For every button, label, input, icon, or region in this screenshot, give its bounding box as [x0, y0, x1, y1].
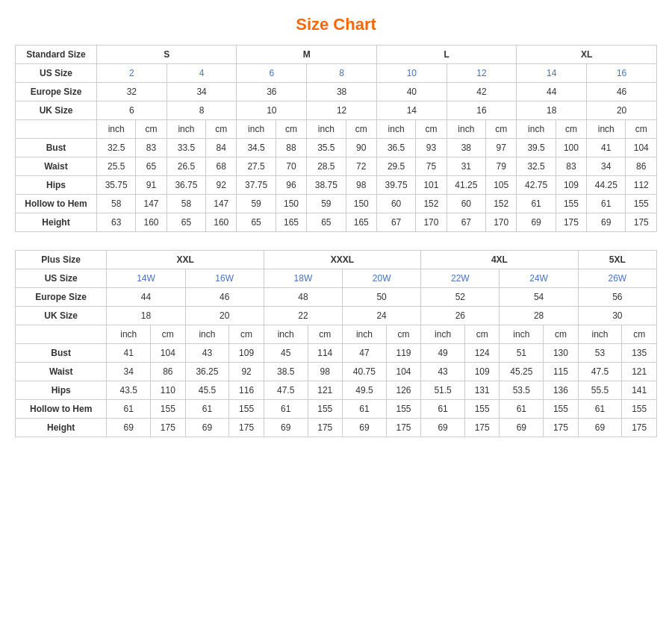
cell-value: 49.5	[343, 381, 387, 400]
row-label: Hollow to Hem	[16, 195, 97, 213]
plus-eu-52: 52	[421, 288, 500, 307]
eu-34: 34	[167, 83, 237, 101]
cell-value: 61	[500, 400, 544, 419]
plus-us-size-row: US Size 14W 16W 18W 20W 22W 24W 26W	[16, 269, 657, 288]
us-24w: 24W	[500, 269, 578, 288]
cell-value: 35.5	[307, 139, 346, 157]
uk-20: 20	[587, 101, 657, 120]
cell-value: 121	[308, 381, 342, 400]
plus-uk-30: 30	[578, 307, 656, 325]
us-12: 12	[447, 64, 517, 83]
cell-value: 47.5	[264, 381, 308, 400]
cell-value: 86	[626, 157, 657, 176]
cell-value: 155	[151, 400, 185, 419]
cell-value: 43	[421, 363, 465, 381]
cm-label-7: cm	[556, 120, 586, 139]
cell-value: 61	[517, 195, 556, 213]
cell-value: 69	[185, 419, 229, 437]
cell-value: 42.75	[517, 176, 556, 195]
cell-value: 175	[622, 419, 657, 437]
cell-value: 175	[544, 419, 578, 437]
plus-size-table: Plus Size XXL XXXL 4XL 5XL US Size 14W 1…	[15, 250, 657, 437]
cell-value: 109	[464, 363, 499, 381]
eu-46: 46	[587, 83, 657, 101]
us-size-label: US Size	[16, 64, 97, 83]
plus-inch-label-1: inch	[107, 325, 151, 344]
cell-value: 61	[107, 400, 151, 419]
cell-value: 39.75	[376, 176, 415, 195]
cell-value: 131	[464, 381, 499, 400]
group-xl: XL	[517, 46, 657, 64]
plus-inch-label-4: inch	[343, 325, 387, 344]
cell-value: 65	[167, 213, 205, 232]
cell-value: 84	[206, 139, 237, 157]
cell-value: 152	[485, 195, 516, 213]
cell-value: 150	[276, 195, 306, 213]
cell-value: 40.75	[343, 363, 387, 381]
table-row: Hollow to Hem611556115561155611556115561…	[16, 400, 657, 419]
plus-europe-size-label: Europe Size	[16, 288, 107, 307]
cell-value: 175	[229, 419, 264, 437]
plus-cm-label-4: cm	[386, 325, 420, 344]
cell-value: 98	[346, 176, 376, 195]
cell-value: 104	[151, 344, 185, 363]
cell-value: 126	[386, 381, 420, 400]
europe-size-row: Europe Size 32 34 36 38 40 42 44 46	[16, 83, 657, 101]
cell-value: 136	[544, 381, 578, 400]
table-row: Height6316065160651656516567170671706917…	[16, 213, 657, 232]
cell-value: 28.5	[307, 157, 346, 176]
row-label: Waist	[16, 363, 107, 381]
cell-value: 60	[376, 195, 415, 213]
cell-value: 160	[206, 213, 237, 232]
cell-value: 135	[622, 344, 657, 363]
plus-uk-28: 28	[500, 307, 578, 325]
cell-value: 34	[587, 157, 626, 176]
cell-value: 36.75	[167, 176, 205, 195]
plus-europe-size-row: Europe Size 44 46 48 50 52 54 56	[16, 288, 657, 307]
cell-value: 34.5	[237, 139, 276, 157]
cell-value: 26.5	[167, 157, 205, 176]
eu-32: 32	[97, 83, 167, 101]
uk-8: 8	[167, 101, 237, 120]
cell-value: 170	[416, 213, 447, 232]
cell-value: 36.25	[185, 363, 229, 381]
cell-value: 67	[376, 213, 415, 232]
cell-value: 130	[544, 344, 578, 363]
uk-size-row: UK Size 6 8 10 12 14 16 18 20	[16, 101, 657, 120]
inch-cm-header-standard: inch cm inch cm inch cm inch cm inch cm …	[16, 120, 657, 139]
inch-label-8: inch	[587, 120, 626, 139]
us-16: 16	[587, 64, 657, 83]
cell-value: 31	[447, 157, 485, 176]
cell-value: 175	[626, 213, 657, 232]
plus-cm-label-2: cm	[229, 325, 264, 344]
table-row: Hips43.511045.511647.512149.512651.51315…	[16, 381, 657, 400]
uk-10: 10	[237, 101, 307, 120]
row-label: Height	[16, 213, 97, 232]
inch-label-2: inch	[167, 120, 205, 139]
cell-value: 55.5	[578, 381, 622, 400]
plus-empty-corner	[16, 325, 107, 344]
cell-value: 175	[464, 419, 499, 437]
cell-value: 61	[421, 400, 465, 419]
cell-value: 65	[237, 213, 276, 232]
us-18w: 18W	[264, 269, 342, 288]
cell-value: 38.5	[264, 363, 308, 381]
cell-value: 88	[276, 139, 306, 157]
cell-value: 150	[346, 195, 376, 213]
cell-value: 110	[151, 381, 185, 400]
cell-value: 29.5	[376, 157, 415, 176]
cell-value: 79	[485, 157, 516, 176]
eu-42: 42	[447, 83, 517, 101]
cell-value: 104	[626, 139, 657, 157]
plus-uk-18: 18	[107, 307, 185, 325]
row-label: Hips	[16, 176, 97, 195]
group-xxxl: XXXL	[264, 251, 420, 269]
inch-label-1: inch	[97, 120, 136, 139]
cell-value: 109	[556, 176, 586, 195]
cell-value: 41.25	[447, 176, 485, 195]
cell-value: 141	[622, 381, 657, 400]
cell-value: 75	[416, 157, 447, 176]
cell-value: 61	[264, 400, 308, 419]
row-label: Hollow to Hem	[16, 400, 107, 419]
cell-value: 41	[587, 139, 626, 157]
